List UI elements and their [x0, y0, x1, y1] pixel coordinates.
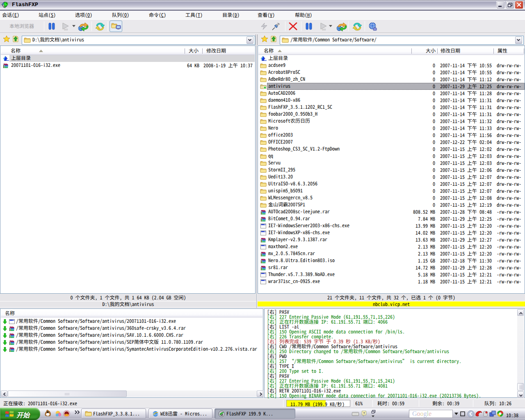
svg-text:?: ? [363, 411, 365, 415]
svg-text:GO: GO [322, 28, 326, 31]
svg-text:GO: GO [64, 28, 68, 31]
